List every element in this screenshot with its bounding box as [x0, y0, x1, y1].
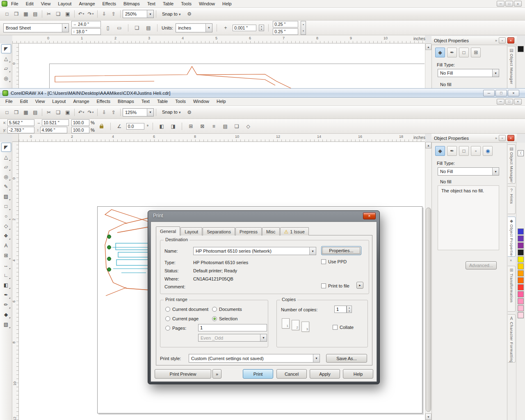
close-icon[interactable]: × [514, 1, 522, 7]
convert-to-curves-icon[interactable]: ◇ [244, 122, 253, 131]
copy-icon[interactable]: ❏ [54, 108, 63, 117]
color-swatch[interactable] [518, 228, 524, 235]
color-swatch[interactable] [518, 277, 524, 283]
color-swatch[interactable] [518, 312, 524, 318]
docker-tab-hints[interactable]: ?Hints [508, 186, 516, 214]
lock-ratio-icon[interactable] [97, 122, 106, 131]
align-icon[interactable]: ≡ [209, 122, 218, 131]
save-as-button[interactable]: Save As... [326, 354, 367, 363]
rectangle-tool[interactable]: □ [1, 202, 11, 211]
scroll-up-icon[interactable]: ▲ [425, 142, 431, 148]
horizontal-ruler[interactable]: 0 2 4 6 8 10 12 14 16 18 [19, 134, 425, 142]
new-icon[interactable]: □ [2, 9, 11, 18]
y-position-field[interactable]: -2.783 " [7, 127, 34, 133]
open-icon[interactable]: ❒ [12, 9, 21, 18]
maximize-icon[interactable]: □ [495, 90, 507, 96]
ellipse-tool[interactable]: ○ [1, 212, 11, 221]
color-swatch[interactable] [518, 305, 524, 311]
menu-effects[interactable]: Effects [93, 98, 114, 105]
docker-tab-character-formatting[interactable]: ACharacter Formatting [508, 314, 516, 363]
to-front-icon[interactable]: ▤ [221, 122, 230, 131]
docker-tab-object-properties[interactable]: ◆Object Properties [508, 217, 516, 257]
no-color-swatch[interactable]: ╳ [518, 150, 524, 156]
snap-to-menu[interactable]: Snap to ▾ [158, 109, 185, 116]
interactive-fill-tool[interactable]: ▧ [1, 320, 11, 329]
radio-icon[interactable] [165, 316, 170, 321]
text-tool[interactable]: A [1, 241, 11, 250]
zoom-tool[interactable]: ◎ [1, 172, 11, 181]
vertical-ruler[interactable]: 0 [12, 43, 19, 89]
minimize-icon[interactable]: ─ [497, 1, 504, 7]
docker-tab-object-manager[interactable]: ▤Object Manager [508, 144, 516, 184]
basic-shapes-tool[interactable]: ❖ [1, 231, 11, 240]
color-swatch[interactable] [518, 284, 524, 290]
shape-tool[interactable]: △ [1, 153, 11, 162]
options-icon[interactable]: ⚙ [185, 9, 194, 18]
menu-text[interactable]: Text [138, 98, 153, 105]
collate-checkbox[interactable]: Collate [333, 325, 354, 330]
table-tool[interactable]: ⊞ [1, 251, 11, 260]
scroll-up-icon[interactable]: ▲ [425, 43, 431, 50]
color-swatch[interactable] [518, 256, 524, 262]
apply-button[interactable]: Apply [310, 369, 340, 379]
radio-selected-icon[interactable] [212, 316, 217, 321]
drawing-canvas[interactable] [19, 43, 425, 89]
tab-misc[interactable]: Misc [262, 227, 280, 235]
copy-icon[interactable]: ❏ [54, 9, 63, 18]
nudge-spinner[interactable]: ▴▾ [259, 25, 264, 31]
pick-tool[interactable]: ◤ [1, 143, 11, 152]
menu-bitmaps[interactable]: Bitmaps [120, 0, 144, 7]
redo-icon[interactable]: ↷▾ [86, 9, 95, 18]
menu-arrange[interactable]: Arrange [75, 0, 98, 7]
print-button[interactable]: Print [243, 369, 273, 379]
close-icon[interactable]: × [508, 90, 519, 96]
printer-name-combo[interactable]: HP Photosmart 6510 series (Network)▾ [193, 247, 316, 255]
new-icon[interactable]: □ [2, 108, 11, 117]
vertical-ruler[interactable]: 0 2 4 6 8 10 12 [12, 142, 19, 420]
paste-icon[interactable]: ▣ [63, 9, 72, 18]
use-ppd-checkbox[interactable]: Use PPD [321, 259, 347, 264]
tab-issues[interactable]: ⚠1 Issue [280, 227, 309, 235]
object-width-field[interactable]: 10.521 " [42, 119, 69, 126]
import-icon[interactable]: ⇩ [100, 108, 109, 117]
color-swatch[interactable] [518, 291, 524, 297]
document-minimize-icon[interactable]: ─ [497, 99, 504, 105]
dropdown-arrow-icon[interactable]: ▾ [313, 354, 320, 362]
canvas-scrollbar[interactable]: ▲ ▼ [425, 142, 431, 420]
pages-radio[interactable]: Pages: [165, 326, 186, 331]
dimension-tool[interactable]: ↔ [1, 261, 11, 270]
tab-prepress[interactable]: Prepress [235, 227, 262, 235]
menu-text[interactable]: Text [144, 0, 159, 7]
dropdown-arrow-icon[interactable]: ▾ [205, 24, 212, 32]
color-swatch[interactable] [518, 263, 524, 269]
fill-tool[interactable]: ◆ [1, 310, 11, 319]
minimize-icon[interactable]: ─ [483, 90, 495, 96]
current-document-radio[interactable]: Current document [165, 307, 208, 312]
horizontal-ruler[interactable]: 0 1 2 3 4 5 6 7 8 9 10 [12, 35, 425, 43]
landscape-icon[interactable]: ▭ [115, 23, 124, 32]
menu-table[interactable]: Table [159, 0, 177, 7]
options-icon[interactable]: ⚙ [185, 108, 194, 117]
scrollbar-thumb[interactable] [426, 208, 431, 412]
even-odd-combo[interactable]: Even _Odd▾ [198, 334, 267, 342]
export-icon[interactable]: ⇧ [109, 108, 118, 117]
menu-file[interactable]: File [2, 98, 16, 105]
current-page-radio[interactable]: Current page [165, 316, 199, 321]
to-back-icon[interactable]: ❏ [232, 122, 241, 131]
restore-icon[interactable]: □ [505, 1, 513, 7]
docker-tab-object-manager[interactable]: ▤Object Manager [508, 46, 516, 95]
open-icon[interactable]: ❒ [12, 108, 21, 117]
copies-input[interactable] [334, 306, 347, 313]
mirror-vertical-icon[interactable]: ◨ [169, 122, 178, 131]
print-icon[interactable]: ▤ [31, 9, 40, 18]
cancel-button[interactable]: Cancel [276, 369, 307, 379]
menu-help[interactable]: Help [213, 98, 230, 105]
zoom-tool[interactable]: ◎ [1, 74, 11, 83]
copies-spinner[interactable]: ▴▾ [347, 306, 352, 313]
menu-window[interactable]: Window [195, 0, 219, 7]
detail-properties-icon[interactable]: ▫ [471, 146, 481, 156]
units-combo[interactable]: inches▾ [176, 23, 212, 32]
smart-fill-tool[interactable]: ▨ [1, 192, 11, 201]
dropdown-arrow-icon[interactable]: ▾ [492, 168, 499, 175]
menu-tools[interactable]: Tools [177, 0, 195, 7]
